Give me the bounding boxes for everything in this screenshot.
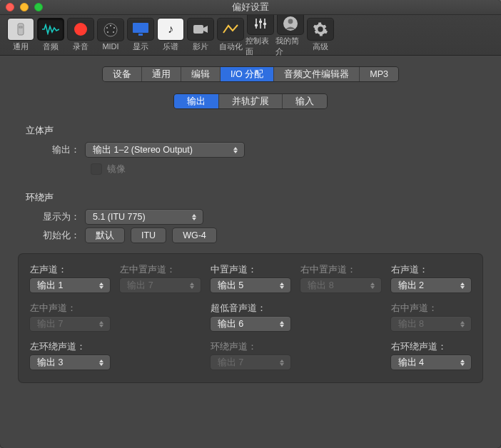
- slider-icon: [8, 19, 34, 40]
- display-icon: [128, 19, 153, 40]
- tab-output[interactable]: 输出: [174, 94, 219, 108]
- chevron-updown-icon: [97, 355, 106, 370]
- channel-output-popup[interactable]: 输出 6: [211, 317, 290, 331]
- tab-bounce-ext[interactable]: 并轨扩展: [219, 94, 283, 108]
- mirror-checkbox[interactable]: 镜像: [91, 163, 482, 175]
- preferences-window: 偏好设置 通用 音频 录音 MIDI: [0, 0, 501, 448]
- channel-output-popup: 输出 8: [300, 278, 380, 292]
- record-icon: [68, 19, 93, 40]
- toolbar-score[interactable]: ♪ 乐谱: [156, 19, 186, 52]
- toolbar-label: 高级: [313, 41, 328, 52]
- waveform-icon: [38, 19, 64, 40]
- channel-output-popup: 输出 7: [211, 355, 290, 370]
- camera-icon: [188, 19, 213, 40]
- svg-rect-11: [193, 25, 203, 34]
- score-icon: ♪: [158, 19, 183, 40]
- toolbar-my-info[interactable]: 我的简介: [275, 13, 305, 57]
- channel-output-popup[interactable]: 输出 4: [391, 355, 471, 370]
- chevron-updown-icon: [458, 317, 467, 331]
- channel-cell: 环绕声道：输出 7: [211, 341, 290, 370]
- toolbar-display[interactable]: 显示: [126, 19, 156, 52]
- channel-label: 左声道：: [30, 264, 110, 276]
- checkbox-icon: [91, 164, 101, 174]
- svg-rect-15: [255, 24, 258, 26]
- chevron-updown-icon: [458, 355, 467, 370]
- close-icon[interactable]: [6, 3, 14, 11]
- channel-output-popup[interactable]: 输出 3: [30, 355, 110, 370]
- channel-label: 右环绕声道：: [391, 341, 471, 353]
- channel-output-value: 输出 7: [37, 318, 63, 330]
- channel-output-popup: 输出 7: [120, 278, 200, 292]
- tab-io-assign[interactable]: I/O 分配: [221, 67, 274, 81]
- toolbar-label: 我的简介: [275, 36, 305, 57]
- tab-input[interactable]: 输入: [283, 94, 327, 108]
- chevron-updown-icon: [231, 143, 240, 157]
- svg-point-7: [107, 31, 108, 33]
- toolbar-recording[interactable]: 录音: [66, 19, 96, 52]
- section-stereo: 立体声: [19, 124, 482, 137]
- window-title: 偏好设置: [0, 1, 501, 14]
- channel-cell: 左中置声道：输出 7: [120, 264, 200, 292]
- toolbar-label: 录音: [73, 41, 88, 52]
- svg-rect-1: [19, 26, 22, 28]
- toolbar-automation[interactable]: 自动化: [216, 19, 246, 52]
- svg-point-8: [113, 31, 114, 33]
- svg-point-2: [74, 23, 87, 36]
- showas-value: 5.1 (ITU 775): [93, 212, 146, 222]
- tab-file-editor[interactable]: 音频文件编辑器: [274, 67, 360, 81]
- channel-output-value: 输出 8: [308, 280, 333, 292]
- midi-icon: [98, 19, 123, 41]
- tab-devices[interactable]: 设备: [103, 67, 142, 81]
- toolbar-general[interactable]: 通用: [6, 19, 36, 52]
- minimize-icon[interactable]: [20, 3, 29, 11]
- channel-output-popup: 输出 7: [30, 317, 110, 331]
- toolbar-midi[interactable]: MIDI: [96, 19, 126, 51]
- init-default-button[interactable]: 默认: [86, 228, 124, 243]
- toolbar-audio[interactable]: 音频: [36, 19, 66, 52]
- channel-output-popup: 输出 8: [391, 317, 471, 331]
- mirror-label: 镜像: [107, 163, 126, 175]
- chevron-updown-icon: [278, 278, 286, 292]
- channel-panel: 左声道：输出 1左中置声道：输出 7中置声道：输出 5右中置声道：输出 8右声道…: [19, 254, 482, 382]
- channel-output-popup[interactable]: 输出 2: [391, 278, 471, 292]
- init-itu-button[interactable]: ITU: [131, 228, 166, 243]
- tab-general[interactable]: 通用: [142, 67, 181, 81]
- channel-output-popup[interactable]: 输出 5: [211, 278, 290, 292]
- channel-output-popup[interactable]: 输出 1: [30, 278, 110, 292]
- channel-label: 超低音声道：: [211, 302, 290, 315]
- showas-popup[interactable]: 5.1 (ITU 775): [86, 210, 203, 224]
- channel-output-value: 输出 8: [398, 318, 424, 330]
- toolbar-label: 显示: [133, 41, 148, 52]
- chevron-updown-icon: [190, 210, 198, 224]
- channel-output-value: 输出 3: [37, 357, 63, 369]
- init-label: 初始化：: [19, 229, 86, 242]
- toolbar-label: 自动化: [219, 41, 243, 52]
- gear-icon: [308, 19, 333, 40]
- zoom-icon[interactable]: [34, 3, 43, 11]
- tabs-primary: 设备 通用 编辑 I/O 分配 音频文件编辑器 MP3: [0, 67, 501, 81]
- stereo-output-popup[interactable]: 输出 1–2 (Stereo Output): [86, 143, 244, 157]
- toolbar: 通用 音频 录音 MIDI 显示 ♪ 乐谱: [0, 15, 501, 56]
- svg-rect-16: [259, 21, 262, 23]
- chevron-updown-icon: [278, 317, 286, 331]
- channel-label: 左中声道：: [30, 302, 110, 315]
- channel-label: 左中置声道：: [120, 264, 200, 276]
- tab-mp3[interactable]: MP3: [360, 67, 398, 81]
- chevron-updown-icon: [458, 278, 467, 292]
- toolbar-control-surface[interactable]: 控制表面: [246, 13, 275, 57]
- svg-rect-9: [133, 23, 148, 33]
- init-wg4-button[interactable]: WG-4: [173, 228, 216, 243]
- channel-label: 左环绕声道：: [30, 341, 110, 353]
- automation-icon: [218, 19, 243, 40]
- channel-cell: 右中声道：输出 8: [391, 302, 471, 331]
- toolbar-movie[interactable]: 影片: [186, 19, 216, 52]
- tab-editing[interactable]: 编辑: [181, 67, 221, 81]
- channel-cell: 右声道：输出 2: [391, 264, 471, 292]
- tabs-secondary: 输出 并轨扩展 输入: [0, 94, 501, 108]
- toolbar-label: 影片: [193, 41, 208, 52]
- channel-label: 右中置声道：: [300, 264, 380, 276]
- chevron-updown-icon: [368, 278, 377, 292]
- svg-point-4: [110, 25, 111, 26]
- toolbar-advanced[interactable]: 高级: [305, 19, 335, 52]
- chevron-updown-icon: [97, 317, 106, 331]
